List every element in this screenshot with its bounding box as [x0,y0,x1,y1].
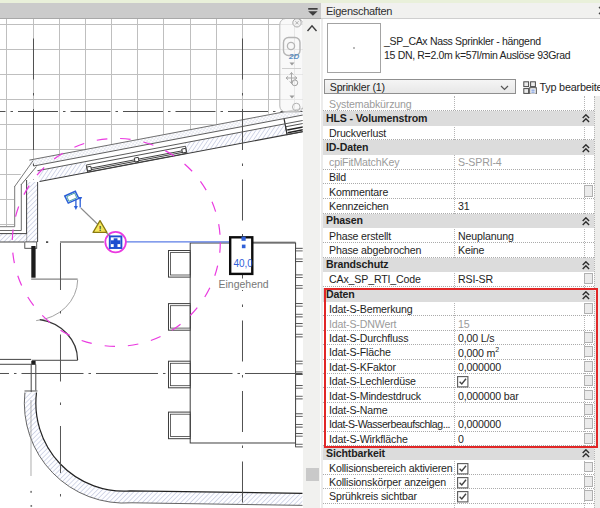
svg-text:40,0: 40,0 [233,258,253,269]
svg-text:2D: 2D [288,53,299,62]
svg-text:Eingehend: Eingehend [218,279,268,290]
svg-text:!: ! [99,224,102,233]
